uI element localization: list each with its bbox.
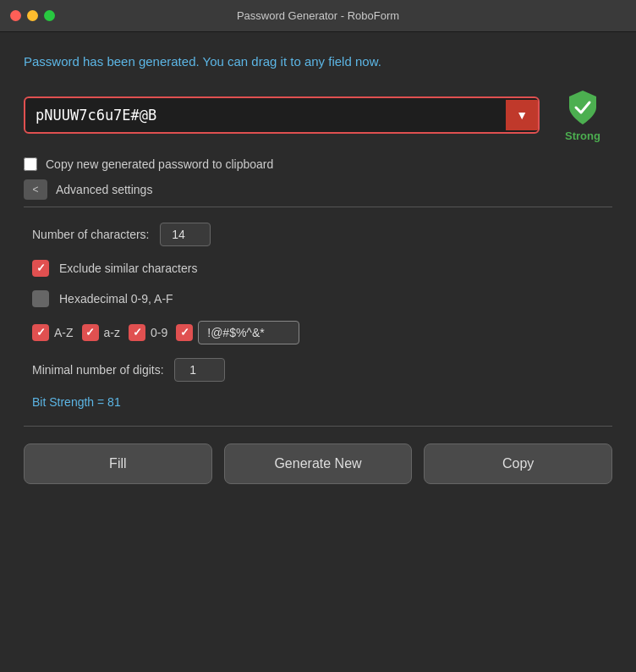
hex-row: Hexadecimal 0-9, A-F [24,290,612,307]
num-chars-label: Number of characters: [32,228,150,241]
title-bar: Password Generator - RoboForm [0,0,636,32]
window-controls [10,10,55,21]
maximize-button[interactable] [44,10,55,21]
exclude-similar-row: ✓ Exclude similar characters [24,260,612,277]
shield-icon [564,89,601,126]
bit-strength: Bit Strength = 81 [24,395,612,409]
button-row: Fill Generate New Copy [24,443,612,484]
special-checkbox[interactable]: ✓ [176,324,193,341]
special-checkmark-icon: ✓ [180,326,189,339]
advanced-section: Number of characters: ✓ Exclude similar … [24,214,612,409]
hex-label: Hexadecimal 0-9, A-F [59,292,173,306]
password-dropdown-button[interactable]: ▼ [506,100,538,130]
num-chars-input[interactable] [160,223,211,246]
copy-clipboard-label: Copy new generated password to clipboard [46,157,273,171]
checkmark-icon: ✓ [36,262,46,274]
strength-label: Strong [565,129,600,142]
divider-bottom [24,426,612,427]
copy-button[interactable]: Copy [424,443,612,484]
char-options-group: ✓ A-Z ✓ a-z ✓ 0-9 ✓ [24,321,612,344]
hex-checkbox[interactable] [32,290,49,307]
advanced-toggle-button[interactable]: < [24,179,47,200]
copy-clipboard-checkbox[interactable] [24,157,37,171]
minimize-button[interactable] [27,10,38,21]
close-button[interactable] [10,10,21,21]
digits-label: 0-9 [151,326,167,339]
password-input-wrapper: ▼ [24,96,540,134]
lz-label: a-z [104,326,120,339]
min-digits-label: Minimal number of digits: [32,363,164,377]
advanced-row: < Advanced settings [24,179,612,200]
lz-checkmark-icon: ✓ [85,326,95,339]
az-checkbox[interactable]: ✓ [32,324,49,341]
password-row: ▼ Strong [24,89,612,142]
strength-badge: Strong [553,89,612,142]
min-digits-input[interactable] [174,358,225,382]
digits-checkmark-icon: ✓ [133,326,142,339]
special-option: ✓ [176,321,299,344]
az-option: ✓ A-Z [32,324,74,341]
digits-option: ✓ 0-9 [129,324,167,341]
divider-top [24,207,612,207]
min-digits-row: Minimal number of digits: [24,358,612,382]
password-input[interactable] [25,98,506,132]
copy-clipboard-row: Copy new generated password to clipboard [24,157,612,171]
exclude-similar-label: Exclude similar characters [59,262,197,275]
special-chars-input[interactable] [198,321,299,344]
main-content: Password has been generated. You can dra… [0,32,636,501]
az-checkmark-icon: ✓ [36,326,46,339]
lz-checkbox[interactable]: ✓ [82,324,99,341]
exclude-similar-checkbox[interactable]: ✓ [32,260,49,277]
lz-option: ✓ a-z [82,324,120,341]
advanced-label: Advanced settings [56,183,152,196]
info-message: Password has been generated. You can dra… [24,52,612,72]
fill-button[interactable]: Fill [24,443,212,484]
digits-checkbox[interactable]: ✓ [129,324,145,341]
window-title: Password Generator - RoboForm [237,9,399,22]
az-label: A-Z [54,326,74,339]
generate-new-button[interactable]: Generate New [224,443,413,484]
num-chars-row: Number of characters: [24,223,612,246]
